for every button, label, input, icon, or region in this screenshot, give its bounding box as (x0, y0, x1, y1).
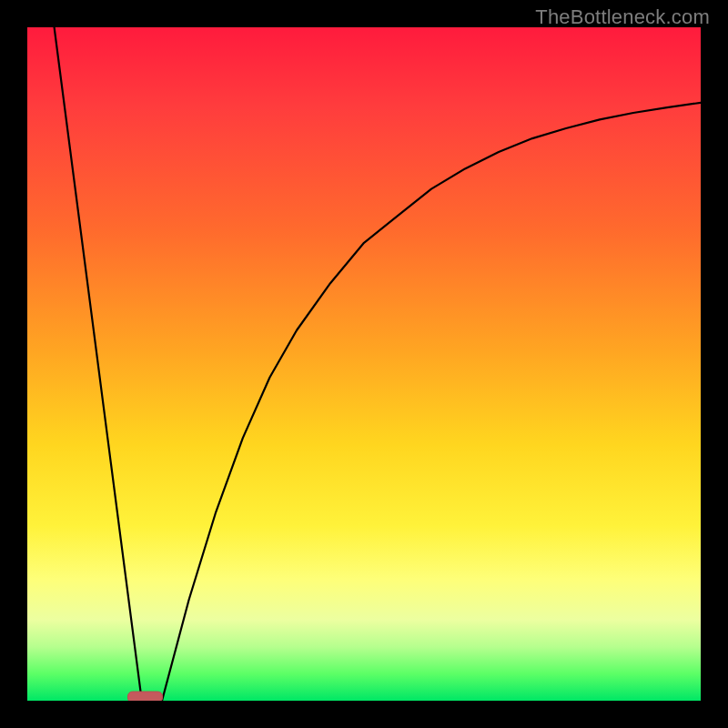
chart-frame: TheBottleneck.com (0, 0, 728, 728)
curve-right-curve (162, 103, 701, 701)
valley-marker (128, 692, 163, 701)
curve-left-segment (55, 27, 142, 701)
curve-layer (27, 27, 701, 701)
watermark-text: TheBottleneck.com (535, 5, 710, 29)
plot-area (27, 27, 701, 701)
